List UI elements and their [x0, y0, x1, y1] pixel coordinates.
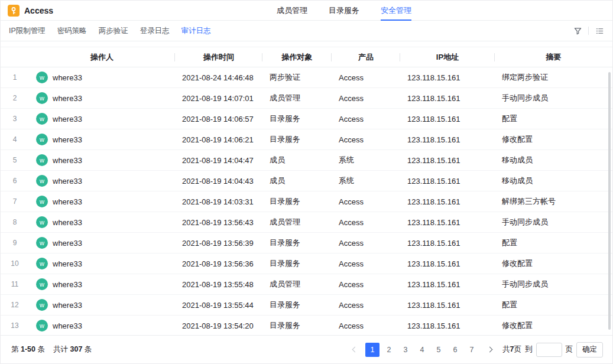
- avatar: w: [36, 216, 48, 228]
- summary-cell: 移动成员: [495, 176, 612, 186]
- time-cell: 2021-08-19 13:56:36: [175, 259, 262, 268]
- range-text: 第 1-50 条: [11, 344, 45, 355]
- time-cell: 2021-08-19 13:56:39: [175, 239, 262, 248]
- operator-name: where33: [53, 301, 82, 310]
- object-cell: 目录服务: [262, 238, 332, 248]
- row-index: 2: [1, 94, 29, 102]
- sub-nav: IP限制管理密码策略两步验证登录日志审计日志: [9, 26, 211, 36]
- row-index: 11: [1, 280, 29, 288]
- brand: Access: [8, 5, 53, 17]
- operator-cell: wwhere33: [29, 278, 175, 290]
- sub-nav-bar: IP限制管理密码策略两步验证登录日志审计日志: [1, 21, 612, 41]
- top-tab-members[interactable]: 成员管理: [277, 1, 307, 21]
- product-cell: Access: [332, 73, 400, 82]
- operator-name: where33: [53, 197, 82, 206]
- object-cell: 成员: [262, 176, 332, 186]
- goto-label: 到: [525, 344, 533, 355]
- sub-tab-audit-log[interactable]: 审计日志: [181, 26, 211, 36]
- ip-cell: 123.118.15.161: [400, 177, 495, 186]
- product-cell: Access: [332, 301, 400, 310]
- page-button-6[interactable]: 6: [448, 343, 462, 357]
- avatar: w: [36, 154, 48, 166]
- row-index: 1: [1, 73, 29, 82]
- chevron-left-icon: [352, 347, 358, 353]
- table-row: 13wwhere332021-08-19 13:54:20目录服务Access1…: [1, 316, 612, 336]
- product-cell: Access: [332, 259, 400, 268]
- prev-page-button[interactable]: [348, 343, 362, 357]
- operator-cell: wwhere33: [29, 92, 175, 104]
- avatar: w: [36, 278, 48, 290]
- app-logo-icon: [8, 5, 20, 17]
- operator-name: where33: [53, 259, 82, 268]
- page-number-input[interactable]: [536, 343, 562, 357]
- operator-cell: wwhere33: [29, 134, 175, 145]
- operator-name: where33: [53, 280, 82, 289]
- table-row: 6wwhere332021-08-19 14:04:43成员系统123.118.…: [1, 171, 612, 191]
- time-cell: 2021-08-19 14:07:01: [175, 94, 262, 103]
- table-row: 4wwhere332021-08-19 14:06:21目录服务Access12…: [1, 129, 612, 150]
- row-index: 8: [1, 218, 29, 226]
- sub-tab-two-step-verification[interactable]: 两步验证: [99, 26, 128, 36]
- confirm-button[interactable]: 确定: [576, 342, 603, 358]
- summary-cell: 绑定两步验证: [495, 72, 612, 83]
- sub-tab-login-log[interactable]: 登录日志: [140, 26, 170, 36]
- next-page-button[interactable]: [482, 343, 497, 357]
- time-cell: 2021-08-19 14:06:57: [175, 115, 262, 124]
- row-index: 9: [1, 239, 29, 247]
- time-cell: 2021-08-19 13:54:20: [175, 321, 262, 330]
- avatar: w: [36, 175, 48, 187]
- total-text: 共计 307 条: [53, 344, 92, 355]
- column-header-1: 操作时间: [175, 52, 262, 63]
- page-button-5[interactable]: 5: [432, 343, 446, 357]
- object-cell: 成员: [262, 155, 332, 165]
- column-list-icon[interactable]: [595, 26, 604, 35]
- page-button-7[interactable]: 7: [465, 343, 479, 357]
- sub-tab-ip-restriction[interactable]: IP限制管理: [9, 26, 46, 36]
- ip-cell: 123.118.15.161: [400, 73, 495, 82]
- row-index: 7: [1, 197, 29, 206]
- column-header-4: IP地址: [400, 52, 495, 63]
- page-button-3[interactable]: 3: [398, 343, 413, 357]
- time-cell: 2021-08-19 13:56:43: [175, 218, 262, 227]
- summary-cell: 修改配置: [495, 320, 612, 331]
- total-pages-label: 共7页: [502, 344, 521, 355]
- ip-cell: 123.118.15.161: [400, 94, 495, 103]
- ip-cell: 123.118.15.161: [400, 135, 495, 144]
- page-button-1[interactable]: 1: [365, 343, 380, 357]
- ip-cell: 123.118.15.161: [400, 301, 495, 310]
- top-nav: 成员管理目录服务安全管理: [277, 1, 411, 21]
- object-cell: 成员管理: [262, 279, 332, 290]
- table-header: 操作人操作时间操作对象产品IP地址摘要: [1, 47, 612, 67]
- top-tab-directory[interactable]: 目录服务: [329, 1, 359, 21]
- summary-cell: 手动同步成员: [495, 217, 612, 228]
- table-row: 9wwhere332021-08-19 13:56:39目录服务Access12…: [1, 233, 612, 254]
- page-button-2[interactable]: 2: [382, 343, 396, 357]
- row-index: 3: [1, 115, 29, 123]
- page-button-4[interactable]: 4: [415, 343, 429, 357]
- time-cell: 2021-08-19 14:04:47: [175, 156, 262, 165]
- ip-cell: 123.118.15.161: [400, 115, 495, 124]
- operator-name: where33: [53, 135, 82, 144]
- summary-cell: 修改配置: [495, 134, 612, 145]
- table-toolbar: [573, 26, 604, 35]
- summary-cell: 移动成员: [495, 155, 612, 165]
- object-cell: 成员管理: [262, 93, 332, 103]
- top-tab-security[interactable]: 安全管理: [381, 1, 411, 21]
- app-window: Access 成员管理目录服务安全管理 IP限制管理密码策略两步验证登录日志审计…: [0, 0, 613, 364]
- sub-tab-password-policy[interactable]: 密码策略: [57, 26, 87, 36]
- object-cell: 目录服务: [262, 196, 332, 207]
- operator-cell: wwhere33: [29, 299, 175, 311]
- time-cell: 2021-08-19 13:55:48: [175, 280, 262, 289]
- summary-cell: 修改配置: [495, 258, 612, 269]
- page-unit-label: 页: [566, 344, 573, 355]
- filter-icon[interactable]: [573, 26, 582, 35]
- avatar: w: [36, 113, 48, 125]
- operator-name: where33: [53, 177, 82, 186]
- table-scrollbar[interactable]: [608, 72, 611, 330]
- operator-cell: wwhere33: [29, 320, 175, 332]
- operator-name: where33: [53, 321, 82, 330]
- product-cell: Access: [332, 321, 400, 330]
- table-row: 8wwhere332021-08-19 13:56:43成员管理Access12…: [1, 212, 612, 233]
- operator-cell: wwhere33: [29, 72, 175, 83]
- ip-cell: 123.118.15.161: [400, 218, 495, 227]
